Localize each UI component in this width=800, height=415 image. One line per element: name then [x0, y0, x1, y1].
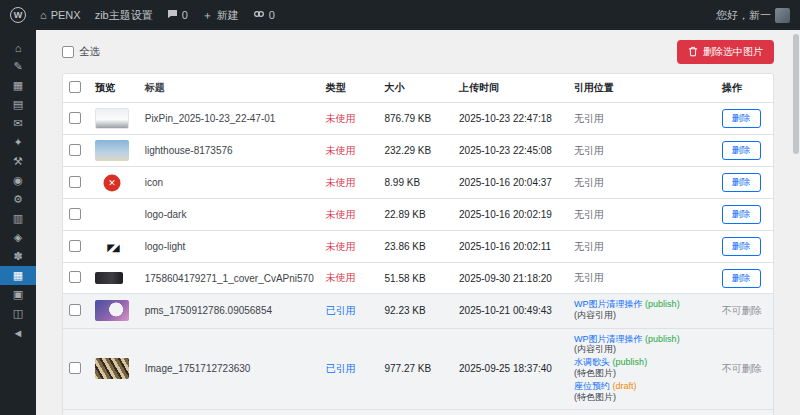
- greeting-label: 您好，新一: [716, 8, 771, 23]
- reference-link[interactable]: 座位预约: [574, 381, 610, 391]
- file-size: 23.86 KB: [379, 231, 454, 263]
- usage-type: 未使用: [320, 263, 379, 294]
- usage-type: 未使用: [320, 103, 379, 135]
- not-deletable-label: 不可删除: [722, 363, 762, 374]
- plugin-icon-b[interactable]: ✽: [0, 247, 36, 266]
- plugin-icon-a[interactable]: ◈: [0, 228, 36, 247]
- settings-icon[interactable]: ▥: [0, 209, 36, 228]
- thumbnail[interactable]: [95, 236, 129, 257]
- media-icon[interactable]: ▦: [0, 76, 36, 95]
- usage-type: 已引用: [320, 328, 379, 410]
- row-checkbox[interactable]: [69, 176, 81, 188]
- reference-status: (draft): [613, 381, 637, 391]
- plugin-icon-c[interactable]: ▣: [0, 285, 36, 304]
- links-menu[interactable]: 0: [253, 9, 275, 21]
- thumbnail[interactable]: [95, 172, 129, 193]
- table-header-row: 预览 标题 类型 大小 上传时间 引用位置 操作: [63, 74, 773, 103]
- delete-button[interactable]: 删除: [722, 269, 761, 288]
- row-checkbox[interactable]: [69, 144, 81, 156]
- reference-item: WP图片清理操作 (publish) (内容引用): [574, 334, 710, 356]
- row-checkbox[interactable]: [69, 208, 81, 220]
- toolbar-row: 全选 删除选中图片: [62, 40, 774, 64]
- delete-button[interactable]: 删除: [722, 141, 761, 160]
- collapse-menu-icon[interactable]: ◄: [0, 323, 36, 342]
- reference-status: (publish): [645, 299, 680, 309]
- media-table: 预览 标题 类型 大小 上传时间 引用位置 操作 PixPin_2025-10-…: [63, 74, 773, 415]
- delete-button[interactable]: 删除: [722, 237, 761, 256]
- delete-selected-label: 删除选中图片: [703, 45, 763, 59]
- reference-status: (publish): [645, 334, 680, 344]
- plugins-icon[interactable]: ⚒: [0, 152, 36, 171]
- scrollbar-thumb[interactable]: [793, 34, 799, 154]
- wordpress-logo-icon: W: [10, 7, 26, 23]
- home-icon: ⌂: [40, 10, 47, 21]
- row-checkbox[interactable]: [69, 304, 81, 316]
- thumbnail[interactable]: [95, 204, 129, 225]
- upload-time: 2025-10-16 20:04:37: [453, 167, 568, 199]
- header-references: 引用位置: [568, 74, 716, 103]
- header-checkbox[interactable]: [69, 81, 81, 93]
- row-checkbox[interactable]: [69, 240, 81, 252]
- link-chain-icon: [253, 9, 265, 21]
- reference-link[interactable]: 水调歌头: [574, 357, 610, 367]
- row-checkbox[interactable]: [69, 271, 81, 283]
- row-checkbox[interactable]: [69, 112, 81, 124]
- admin-topbar: W ⌂ PENX zib主题设置 0 ＋ 新建 0: [0, 0, 800, 30]
- media-title: Image_1751712723630: [139, 328, 320, 410]
- thumbnail[interactable]: [95, 140, 129, 161]
- reference-link[interactable]: WP图片清理操作: [574, 299, 643, 309]
- thumbnail[interactable]: [95, 272, 123, 284]
- new-label: 新建: [217, 8, 239, 23]
- upload-time: 2025-10-16 20:02:19: [453, 199, 568, 231]
- thumbnail[interactable]: [95, 358, 129, 379]
- image-cleanup-icon[interactable]: ▦: [0, 266, 36, 285]
- usage-type: 未使用: [320, 199, 379, 231]
- dashboard-icon[interactable]: ⌂: [0, 38, 36, 57]
- admin-sidebar: ⌂ ✎ ▦ ▤ ✉ ✦ ⚒ ◉ ⚙ ▥ ◈ ✽ ▦ ▣ ◫ ◄: [0, 30, 36, 415]
- delete-button[interactable]: 删除: [722, 109, 761, 128]
- not-deletable-label: 不可删除: [722, 305, 762, 316]
- main-content: 全选 删除选中图片 预览 标题 类型 大小 上传时间 引用位置: [36, 0, 800, 415]
- select-all[interactable]: 全选: [62, 45, 100, 59]
- reference-note: (特色图片): [574, 368, 710, 379]
- reference-note: (内容引用): [574, 344, 710, 355]
- users-icon[interactable]: ◉: [0, 171, 36, 190]
- upload-time: 2025-09-25 18:37:40: [453, 328, 568, 410]
- select-all-checkbox[interactable]: [62, 46, 74, 58]
- table-row: logo-dark 未使用 22.89 KB 2025-10-16 20:02:…: [63, 199, 773, 231]
- file-size: 51.58 KB: [379, 263, 454, 294]
- comments-count: 0: [182, 9, 188, 21]
- avatar: [775, 8, 790, 23]
- reference-none: 无引用: [574, 177, 604, 188]
- delete-selected-button[interactable]: 删除选中图片: [677, 40, 774, 64]
- pages-icon[interactable]: ▤: [0, 95, 36, 114]
- reference-link[interactable]: WP图片清理操作: [574, 334, 643, 344]
- posts-icon[interactable]: ✎: [0, 57, 36, 76]
- thumbnail[interactable]: [95, 108, 129, 129]
- plugin-icon-d[interactable]: ◫: [0, 304, 36, 323]
- header-actions: 操作: [716, 74, 773, 103]
- thumbnail[interactable]: [95, 300, 129, 321]
- row-checkbox[interactable]: [69, 362, 81, 374]
- media-title: 1758604179271_1_cover_CvAPni570: [139, 263, 320, 294]
- tools-icon[interactable]: ⚙: [0, 190, 36, 209]
- delete-button[interactable]: 删除: [722, 205, 761, 224]
- header-type: 类型: [320, 74, 379, 103]
- account-menu[interactable]: 您好，新一: [716, 8, 790, 23]
- site-name-menu[interactable]: ⌂ PENX: [40, 9, 81, 21]
- theme-settings-label: zib主题设置: [95, 8, 153, 23]
- usage-type: 未使用: [320, 231, 379, 263]
- table-row: lighthouse-8173576 未使用 232.29 KB 2025-10…: [63, 135, 773, 167]
- reference-note: (内容引用): [574, 310, 710, 321]
- comments-icon[interactable]: ✉: [0, 114, 36, 133]
- file-size: 22.89 KB: [379, 199, 454, 231]
- new-content-menu[interactable]: ＋ 新建: [202, 8, 239, 23]
- comments-menu[interactable]: 0: [167, 9, 188, 21]
- trash-icon: [688, 46, 698, 59]
- header-title: 标题: [139, 74, 320, 103]
- wordpress-logo-menu[interactable]: W: [10, 7, 26, 23]
- appearance-icon[interactable]: ✦: [0, 133, 36, 152]
- delete-button[interactable]: 删除: [722, 173, 761, 192]
- theme-settings-menu[interactable]: zib主题设置: [95, 8, 153, 23]
- vertical-scrollbar[interactable]: [792, 30, 800, 415]
